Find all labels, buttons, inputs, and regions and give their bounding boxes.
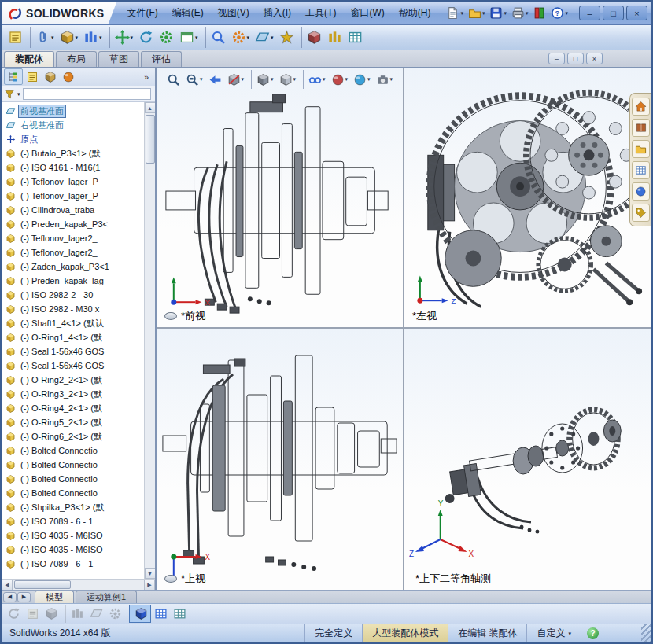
custom-properties-icon[interactable] [632, 204, 650, 222]
viewport-active-icon[interactable] [129, 605, 151, 623]
featuremanager-tab-icon[interactable] [4, 68, 23, 85]
tree-item-component[interactable]: (-) Teflonov_lager_P [6, 189, 142, 203]
dropdown-caret-icon[interactable]: ▾ [390, 76, 393, 83]
dropdown-caret-icon[interactable]: ▾ [460, 10, 463, 17]
appearances-icon[interactable] [632, 182, 650, 201]
tree-item-component[interactable]: (-) ISO 2982 - M30 x [6, 302, 142, 316]
sketch-tool-icon[interactable] [24, 605, 42, 623]
tree-item-origin[interactable]: 原点 [6, 132, 142, 146]
view-orientation-icon[interactable]: ▾ [251, 70, 276, 89]
dropdown-caret-icon[interactable]: ▾ [131, 35, 134, 41]
tab-scroll-right-button[interactable]: ▶ [17, 592, 31, 602]
dropdown-caret-icon[interactable]: ▾ [247, 35, 250, 41]
menu-view[interactable]: 视图(V) [211, 2, 256, 24]
dropdown-caret-icon[interactable]: ▾ [242, 76, 245, 83]
configurationmanager-tab-icon[interactable] [42, 68, 59, 85]
tree-horizontal-scrollbar[interactable]: ◀ ▶ [2, 579, 155, 590]
dropdown-caret-icon[interactable]: ▾ [367, 76, 371, 83]
viewport-dimetric[interactable]: Y X Z *上下二等角轴测 [404, 329, 651, 590]
dropdown-caret-icon[interactable]: ▾ [345, 76, 349, 83]
tree-item-component[interactable]: (-) O-Ring1_4<1> (默 [6, 330, 142, 344]
measure-icon[interactable] [325, 27, 345, 48]
reference-geometry-icon[interactable]: ▾ [253, 27, 276, 48]
smart-components-icon[interactable] [277, 27, 297, 48]
filter-funnel-icon[interactable] [4, 89, 15, 100]
dropdown-caret-icon[interactable]: ▾ [200, 76, 203, 83]
viewport-front[interactable]: X *前视 [157, 68, 404, 329]
tree-item-component[interactable]: (-) ISO 7089 - 6 - 1 [6, 557, 142, 571]
maximize-button[interactable]: □ [603, 6, 624, 20]
doc-minimize-button[interactable]: – [548, 53, 565, 64]
tree-item-component[interactable]: (-) O-Ring2_2<1> (默 [6, 373, 142, 387]
displaymanager-tab-icon[interactable] [60, 68, 77, 85]
tree-item-component[interactable]: (-) Bolted Connectio [6, 472, 142, 486]
tree-item-component[interactable]: (-) Preden_kapak_P3< [6, 217, 142, 231]
menu-edit[interactable]: 编辑(E) [165, 2, 211, 24]
solidworks-resources-icon[interactable] [632, 98, 650, 116]
dropdown-caret-icon[interactable]: ▾ [271, 76, 274, 83]
bill-of-materials-icon[interactable] [345, 27, 365, 48]
insert-component-icon[interactable]: ▾ [57, 27, 81, 48]
help-button[interactable]: ▾ [548, 4, 570, 23]
file-explorer-icon[interactable] [632, 140, 650, 158]
tree-item-component[interactable]: (-) O-Ring5_2<1> (默 [6, 415, 142, 429]
tab-model[interactable]: 模型 [35, 591, 74, 603]
hide-show-items-icon[interactable]: ▾ [303, 70, 328, 89]
tree-item-component[interactable]: (-) Cilindrova_traba [6, 203, 142, 217]
linear-pattern-icon[interactable]: ▾ [81, 27, 105, 48]
tab-scroll-left-button[interactable]: ◀ [3, 592, 17, 602]
viewport-top[interactable]: X *上视 [157, 329, 404, 590]
open-button[interactable]: ▾ [466, 4, 488, 23]
tree-item-component[interactable]: (-) Shaft1_4<1> (默认 [6, 316, 142, 330]
menu-help[interactable]: 帮助(H) [392, 2, 438, 24]
status-large-assembly-mode[interactable]: 大型装配体模式 [362, 624, 448, 642]
display-grid-icon[interactable] [171, 605, 189, 623]
resize-grip[interactable] [641, 624, 651, 642]
mate-icon[interactable]: ▾ [30, 27, 57, 48]
design-library-icon[interactable] [632, 119, 650, 137]
status-editing-assembly[interactable]: 在编辑 装配体 [448, 624, 526, 642]
tree-item-component[interactable]: (-) Seal 1-56x46 GOS [6, 359, 142, 373]
dropdown-caret-icon[interactable]: ▾ [99, 35, 102, 41]
tree-item-component[interactable]: (-) ISO 4035 - M6ISO [6, 528, 142, 543]
assembly-features-icon[interactable]: ▾ [229, 27, 253, 48]
comment-icon[interactable] [6, 27, 25, 48]
scroll-left-button[interactable]: ◀ [2, 580, 13, 591]
tree-item-component[interactable]: (-) Teflonov_lager2_ [6, 245, 142, 259]
tree-item-component[interactable]: (-) Bolted Connectio [6, 458, 142, 472]
tree-item-component[interactable]: (-) ISO 4161 - M16(1 [6, 160, 142, 175]
dimension-tool-icon[interactable] [65, 605, 87, 623]
status-fully-defined[interactable]: 完全定义 [304, 624, 362, 642]
scroll-thumb[interactable] [146, 115, 155, 164]
previous-view-icon[interactable] [206, 70, 224, 89]
tree-item-component[interactable]: (-) O-Ring4_2<1> (默 [6, 401, 142, 415]
close-button[interactable]: × [626, 6, 647, 20]
dropdown-caret-icon[interactable]: ▾ [51, 35, 54, 41]
view-palette-icon[interactable] [632, 161, 650, 179]
filter-caret-icon[interactable]: ▾ [17, 91, 20, 98]
tree-item-front-plane[interactable]: 前视基准面 [6, 104, 142, 118]
scroll-right-button[interactable]: ▶ [144, 580, 155, 591]
dropdown-caret-icon[interactable]: ▾ [195, 35, 198, 41]
display-toggle-button[interactable] [530, 4, 548, 23]
view-previous-icon[interactable] [5, 605, 23, 623]
tree-item-component[interactable]: (-) O-Ring6_2<1> (默 [6, 429, 142, 443]
dropdown-caret-icon[interactable]: ▾ [76, 35, 79, 41]
rotate-component-icon[interactable] [136, 27, 156, 48]
zoom-fit-icon[interactable] [164, 70, 183, 89]
tree-item-component[interactable]: (-) Shpilka_P3<1> (默 [6, 500, 142, 514]
view-settings-icon[interactable]: ▾ [374, 70, 396, 89]
tree-item-component[interactable]: (-) Teflonov_lager2_ [6, 231, 142, 245]
dropdown-caret-icon[interactable]: ▾ [482, 10, 485, 17]
tree-item-component[interactable]: (-) Butalo_P3<1> (默 [6, 146, 142, 160]
tree-item-component[interactable]: (-) ISO 4035 - M6ISO [6, 543, 142, 557]
tab-sketch[interactable]: 草图 [98, 51, 139, 67]
section-view-icon[interactable]: ▾ [225, 70, 247, 89]
interference-detection-icon[interactable] [301, 27, 324, 48]
tab-evaluate[interactable]: 评估 [141, 51, 182, 67]
tab-motion-study[interactable]: 运动算例1 [76, 591, 137, 603]
quick-tips-icon[interactable]: ? [587, 627, 599, 639]
edit-appearance-icon[interactable]: ▾ [329, 70, 351, 89]
print-button[interactable]: ▾ [509, 4, 531, 23]
tab-assembly[interactable]: 装配体 [4, 51, 54, 67]
